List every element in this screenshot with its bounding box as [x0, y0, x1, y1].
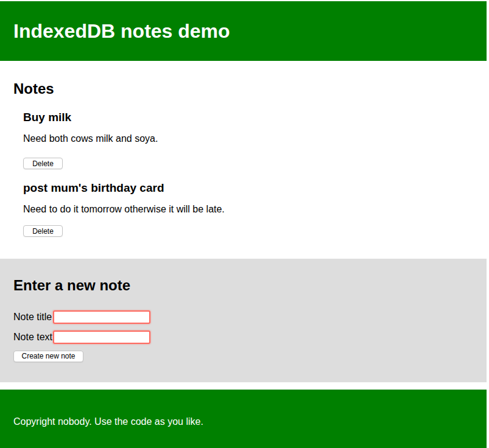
note-body: Need to do it tomorrow otherwise it will…: [23, 204, 487, 215]
note-title-label: Note title: [13, 312, 53, 323]
new-note-section: Enter a new note Note title Note text Cr…: [0, 259, 487, 382]
page-title: IndexedDB notes demo: [13, 20, 230, 43]
copyright-text: Copyright nobody. Use the code as you li…: [0, 390, 487, 427]
delete-note-button[interactable]: Delete: [23, 225, 63, 237]
note-text-row: Note text: [13, 331, 487, 344]
new-note-form: Note title Note text Create new note: [0, 310, 487, 362]
notes-heading: Notes: [13, 80, 487, 97]
note-text-label: Note text: [13, 332, 53, 343]
page: IndexedDB notes demo Notes Buy milk Need…: [0, 1, 487, 448]
app-header: IndexedDB notes demo: [0, 1, 487, 61]
note-title-input[interactable]: [53, 310, 150, 324]
note-item: Buy milk Need both cows milk and soya. D…: [23, 111, 487, 169]
note-item: post mum's birthday card Need to do it t…: [23, 181, 487, 237]
new-note-heading: Enter a new note: [0, 259, 487, 294]
note-text-input[interactable]: [53, 331, 150, 344]
delete-note-button[interactable]: Delete: [23, 158, 63, 169]
notes-list: Buy milk Need both cows milk and soya. D…: [0, 111, 487, 237]
note-title-row: Note title: [13, 310, 487, 324]
create-note-button[interactable]: Create new note: [13, 351, 83, 362]
note-title: Buy milk: [23, 111, 487, 124]
app-footer: Copyright nobody. Use the code as you li…: [0, 390, 487, 448]
note-body: Need both cows milk and soya.: [23, 133, 487, 144]
notes-section: Notes Buy milk Need both cows milk and s…: [0, 80, 487, 259]
note-title: post mum's birthday card: [23, 181, 487, 195]
form-button-row: Create new note: [13, 350, 487, 362]
